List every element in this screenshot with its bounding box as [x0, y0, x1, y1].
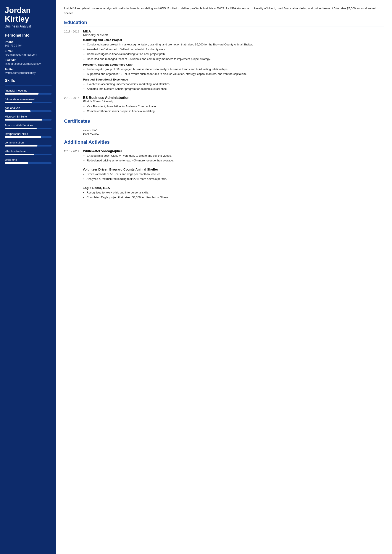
skill-bar-fill — [5, 154, 34, 155]
activities-section-title: Additional Activities — [64, 139, 384, 145]
education-institution: Florida State University — [83, 100, 384, 103]
bullet-item: Analyzed & restructured loading to fit 2… — [87, 177, 384, 181]
activity-entry: Eagle Scout, BSARecognized for work ethi… — [64, 186, 384, 201]
skill-bar-bg — [5, 119, 51, 121]
twitter-value: twitter.com/jordanzkirtley — [5, 71, 51, 75]
skill-bar-bg — [5, 110, 51, 112]
education-list: 2017 - 2019MBAUniversity of MiamiMarketi… — [64, 29, 384, 115]
skill-bar-fill — [5, 128, 37, 129]
skill-bar-fill — [5, 102, 32, 103]
sidebar: Jordan Kirtley Business Analyst Personal… — [0, 0, 56, 554]
education-section-title: Education — [64, 20, 384, 25]
bullet-item: Conducted senior project in market segme… — [87, 42, 384, 47]
activity-dates — [64, 186, 79, 201]
skill-bar-bg — [5, 102, 51, 103]
summary-text: Insightful entry-level business analyst … — [64, 6, 384, 15]
skill-name: gap analysis — [5, 106, 51, 110]
phone-label: Phone — [5, 40, 51, 43]
skill-name: communication — [5, 141, 51, 144]
project-bullets: Excelled in accounting, macroeconomics, … — [87, 82, 384, 91]
activity-title: Volunteer Driver, Broward County Animal … — [83, 167, 384, 171]
skill-name: work ethic — [5, 158, 51, 161]
skill-bar-bg — [5, 162, 51, 164]
linkedin-value: linkedin.com/in/jordanzkirtley — [5, 62, 51, 65]
bullet-item: Vice President, Association for Business… — [87, 104, 384, 109]
twitter-label: Twitter — [5, 68, 51, 71]
main-content: Insightful entry-level business analyst … — [56, 0, 392, 554]
phone-value: 305-730-3464 — [5, 44, 51, 47]
bullet-item: Completed 6-credit senior project in fin… — [87, 109, 384, 113]
education-entry: 2013 - 2017BS Business AdministrationFlo… — [64, 96, 384, 115]
certificate-item: ECBA, IIBA — [83, 128, 384, 131]
skill-bar-fill — [5, 93, 39, 95]
bullet-item: Redesigned pricing scheme to reap 40% mo… — [87, 159, 384, 163]
skill-name: financial modeling — [5, 89, 51, 92]
skill-bar-fill — [5, 136, 41, 138]
bullet-item: Awarded the Catherine L. Gallardo schola… — [87, 47, 384, 51]
education-bullets: Vice President, Association for Business… — [87, 104, 384, 113]
project-bullets: Conducted senior project in market segme… — [87, 42, 384, 61]
skill-bar-fill — [5, 110, 30, 112]
skills-divider — [5, 85, 51, 86]
activity-bullets: Chased rafts down Class V rivers daily t… — [87, 154, 384, 163]
project-title: Marketing and Sales Project — [83, 38, 384, 42]
bullet-item: Completed Eagle project that raised $4,3… — [87, 195, 384, 200]
bullet-item: Admitted into Masters Scholar program fo… — [87, 87, 384, 91]
bullet-item: Chased rafts down Class V rivers daily t… — [87, 154, 384, 158]
activity-content: Volunteer Driver, Broward County Animal … — [83, 167, 384, 182]
skill-bar-bg — [5, 128, 51, 129]
project-title: President, Student Economics Club — [83, 63, 384, 66]
skill-name: interpersonal skills — [5, 132, 51, 135]
activity-bullets: Recognized for work ethic and interperso… — [87, 190, 384, 200]
certificates-list: ECBA, IIBAAWS Certified — [64, 128, 384, 136]
bullet-item: Excelled in accounting, macroeconomics, … — [87, 82, 384, 86]
bullet-item: Led energetic group of 30+ engaged busin… — [87, 67, 384, 71]
activity-dates: 2015 - 2019 — [64, 149, 79, 164]
activities-divider — [64, 146, 384, 146]
activity-dates — [64, 167, 79, 182]
education-content: BS Business AdministrationFlorida State … — [83, 96, 384, 115]
activity-content: Eagle Scout, BSARecognized for work ethi… — [83, 186, 384, 201]
bullet-item: Supported and organized 10+ club events … — [87, 72, 384, 76]
education-entry: 2017 - 2019MBAUniversity of MiamiMarketi… — [64, 29, 384, 92]
activity-content: Whitewater VideographerChased rafts down… — [83, 149, 384, 164]
activity-entry: 2015 - 2019Whitewater VideographerChased… — [64, 149, 384, 164]
email-label: E-mail — [5, 49, 51, 53]
candidate-name: Jordan Kirtley — [5, 6, 51, 23]
skill-bar-fill — [5, 162, 28, 164]
skill-name: attention to detail — [5, 150, 51, 153]
activity-bullets: Drove vanloads of 50+ cats and dogs per … — [87, 172, 384, 181]
bullet-item: Conducted rigorous financial modeling to… — [87, 52, 384, 56]
skill-bar-fill — [5, 119, 42, 121]
skills-list: financial modelingfuture state assessmen… — [5, 89, 51, 164]
education-degree: MBA — [83, 29, 384, 33]
activity-entry: Volunteer Driver, Broward County Animal … — [64, 167, 384, 182]
skill-bar-bg — [5, 136, 51, 138]
skills-heading: Skills — [5, 78, 51, 83]
certificates-divider — [64, 125, 384, 125]
skill-name: future state assessment — [5, 97, 51, 101]
email-value: jordanzkirtley@gmail.com — [5, 53, 51, 56]
project-title: Pursued Educational Excellence — [83, 78, 384, 81]
skill-bar-fill — [5, 145, 37, 146]
skill-name: Microsoft BI Suite — [5, 115, 51, 118]
certificates-section-title: Certificates — [64, 118, 384, 124]
education-content: MBAUniversity of MiamiMarketing and Sale… — [83, 29, 384, 92]
education-degree: BS Business Administration — [83, 96, 384, 100]
activities-list: 2015 - 2019Whitewater VideographerChased… — [64, 149, 384, 201]
skill-name: Amazon Web Services — [5, 124, 51, 127]
activity-title: Eagle Scout, BSA — [83, 186, 384, 190]
bullet-item: Recruited and managed team of 5 students… — [87, 57, 384, 61]
linkedin-label: LinkedIn — [5, 58, 51, 62]
candidate-title: Business Analyst — [5, 24, 51, 28]
education-dates: 2013 - 2017 — [64, 96, 79, 115]
personal-info-heading: Personal Info — [5, 33, 51, 38]
activity-title: Whitewater Videographer — [83, 149, 384, 153]
skill-bar-bg — [5, 93, 51, 95]
bullet-item: Recognized for work ethic and interperso… — [87, 190, 384, 195]
education-institution: University of Miami — [83, 33, 384, 37]
certificate-item: AWS Certified — [83, 133, 384, 136]
skill-bar-bg — [5, 154, 51, 155]
skill-bar-bg — [5, 145, 51, 146]
education-dates: 2017 - 2019 — [64, 29, 79, 92]
